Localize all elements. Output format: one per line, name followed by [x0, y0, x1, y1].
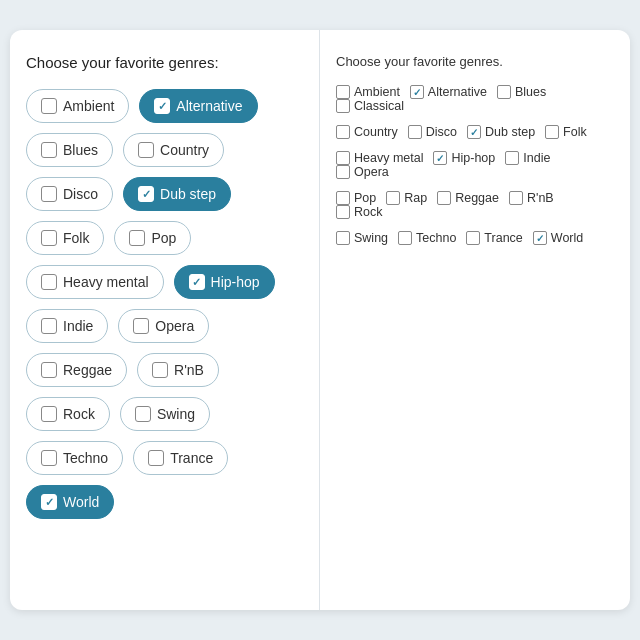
genre-chip-blues[interactable]: Blues	[26, 133, 113, 167]
chip-checkbox: ✓	[41, 494, 57, 510]
right-genre-label: World	[551, 231, 583, 245]
right-genre-item-rock[interactable]: Rock	[336, 205, 382, 219]
right-checkbox	[398, 231, 412, 245]
right-checkbox: ✓	[410, 85, 424, 99]
right-genre-label: R'nB	[527, 191, 554, 205]
right-checkmark-icon: ✓	[436, 153, 444, 164]
right-genre-item-swing[interactable]: Swing	[336, 231, 388, 245]
chip-label: Disco	[63, 186, 98, 202]
right-genre-item-classical[interactable]: Classical	[336, 99, 404, 113]
right-checkmark-icon: ✓	[536, 233, 544, 244]
chip-label: Swing	[157, 406, 195, 422]
right-genre-label: Trance	[484, 231, 522, 245]
genre-chip-dub-step[interactable]: ✓Dub step	[123, 177, 231, 211]
right-genre-label: Disco	[426, 125, 457, 139]
chip-checkbox	[41, 142, 57, 158]
right-genre-item-disco[interactable]: Disco	[408, 125, 457, 139]
chip-label: Opera	[155, 318, 194, 334]
genre-chip-world[interactable]: ✓World	[26, 485, 114, 519]
right-genre-item-folk[interactable]: Folk	[545, 125, 587, 139]
right-genre-item-heavy-metal[interactable]: Heavy metal	[336, 151, 423, 165]
right-genre-label: Dub step	[485, 125, 535, 139]
right-genre-item-techno[interactable]: Techno	[398, 231, 456, 245]
genre-chip-techno[interactable]: Techno	[26, 441, 123, 475]
right-genre-item-hip-hop[interactable]: ✓Hip-hop	[433, 151, 495, 165]
right-panel-title: Choose your favorite genres.	[336, 54, 614, 69]
chip-label: Reggae	[63, 362, 112, 378]
genre-chip-pop[interactable]: Pop	[114, 221, 191, 255]
chip-checkbox: ✓	[154, 98, 170, 114]
chip-checkbox	[41, 450, 57, 466]
right-genre-item-trance[interactable]: Trance	[466, 231, 522, 245]
right-genre-label: Techno	[416, 231, 456, 245]
genre-chip-disco[interactable]: Disco	[26, 177, 113, 211]
chip-label: Ambient	[63, 98, 114, 114]
right-checkbox	[386, 191, 400, 205]
right-checkbox	[497, 85, 511, 99]
genre-chip-reggae[interactable]: Reggae	[26, 353, 127, 387]
right-genre-item-indie[interactable]: Indie	[505, 151, 550, 165]
chip-checkbox	[41, 406, 57, 422]
right-genre-label: Classical	[354, 99, 404, 113]
checkmark-icon: ✓	[192, 277, 201, 288]
right-genre-item-opera[interactable]: Opera	[336, 165, 389, 179]
right-genre-item-reggae[interactable]: Reggae	[437, 191, 499, 205]
right-genre-label: Folk	[563, 125, 587, 139]
chip-label: Alternative	[176, 98, 242, 114]
chip-checkbox	[41, 98, 57, 114]
right-checkbox	[336, 231, 350, 245]
genre-chip-rock[interactable]: Rock	[26, 397, 110, 431]
right-genre-item-ambient[interactable]: Ambient	[336, 85, 400, 99]
right-genre-label: Indie	[523, 151, 550, 165]
genre-chip-r'nb[interactable]: R'nB	[137, 353, 219, 387]
chip-checkbox	[41, 274, 57, 290]
genre-chip-heavy-mental[interactable]: Heavy mental	[26, 265, 164, 299]
right-genre-item-rap[interactable]: Rap	[386, 191, 427, 205]
chip-label: Heavy mental	[63, 274, 149, 290]
right-checkbox: ✓	[533, 231, 547, 245]
genre-chip-country[interactable]: Country	[123, 133, 224, 167]
chip-label: R'nB	[174, 362, 204, 378]
right-genre-item-r'nb[interactable]: R'nB	[509, 191, 554, 205]
right-genre-label: Rock	[354, 205, 382, 219]
chip-label: World	[63, 494, 99, 510]
right-checkbox	[336, 85, 350, 99]
genre-chip-opera[interactable]: Opera	[118, 309, 209, 343]
chip-label: Indie	[63, 318, 93, 334]
chip-checkbox	[41, 318, 57, 334]
chip-label: Pop	[151, 230, 176, 246]
right-checkbox	[466, 231, 480, 245]
right-genre-label: Rap	[404, 191, 427, 205]
right-genre-item-blues[interactable]: Blues	[497, 85, 546, 99]
right-genre-item-world[interactable]: ✓World	[533, 231, 583, 245]
right-checkbox	[437, 191, 451, 205]
chip-checkbox	[41, 186, 57, 202]
chip-checkbox	[41, 362, 57, 378]
right-genre-item-pop[interactable]: Pop	[336, 191, 376, 205]
genre-chip-hip-hop[interactable]: ✓Hip-hop	[174, 265, 275, 299]
right-genre-row: SwingTechnoTrance✓World	[336, 231, 614, 245]
right-panel: Choose your favorite genres. Ambient✓Alt…	[320, 30, 630, 610]
chip-checkbox	[148, 450, 164, 466]
left-panel-title: Choose your favorite genres:	[26, 54, 303, 71]
right-genre-item-alternative[interactable]: ✓Alternative	[410, 85, 487, 99]
chip-checkbox	[138, 142, 154, 158]
genre-chip-indie[interactable]: Indie	[26, 309, 108, 343]
genre-chip-swing[interactable]: Swing	[120, 397, 210, 431]
chip-checkbox: ✓	[189, 274, 205, 290]
right-checkbox	[509, 191, 523, 205]
chip-checkbox	[133, 318, 149, 334]
right-genre-label: Alternative	[428, 85, 487, 99]
right-genre-item-dub-step[interactable]: ✓Dub step	[467, 125, 535, 139]
right-genre-item-country[interactable]: Country	[336, 125, 398, 139]
genre-chip-alternative[interactable]: ✓Alternative	[139, 89, 257, 123]
chip-label: Trance	[170, 450, 213, 466]
genre-chip-ambient[interactable]: Ambient	[26, 89, 129, 123]
right-genre-row: Ambient✓AlternativeBluesClassical	[336, 85, 614, 113]
chip-label: Hip-hop	[211, 274, 260, 290]
genre-chip-folk[interactable]: Folk	[26, 221, 104, 255]
genre-chip-trance[interactable]: Trance	[133, 441, 228, 475]
right-genre-label: Country	[354, 125, 398, 139]
right-checkbox	[336, 99, 350, 113]
right-genre-row: Heavy metal✓Hip-hopIndieOpera	[336, 151, 614, 179]
